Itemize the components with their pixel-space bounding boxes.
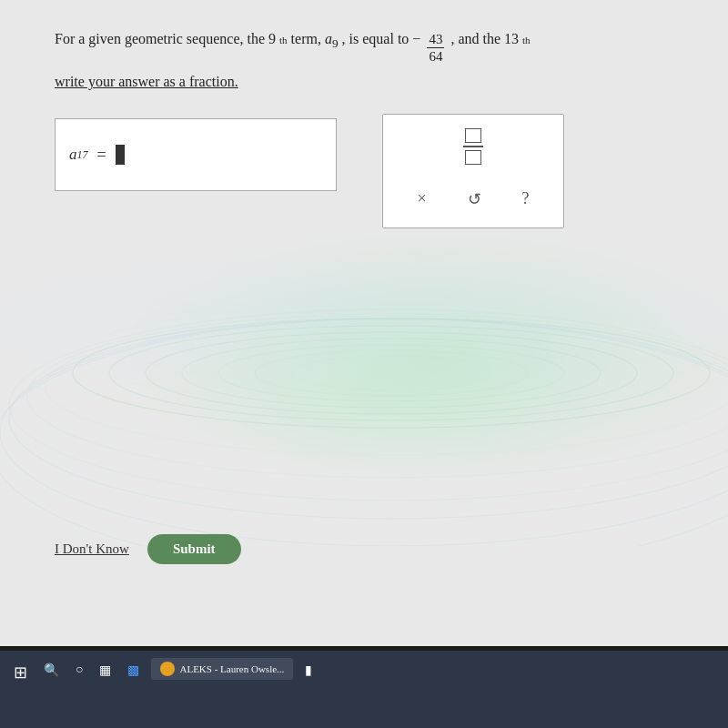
fraction-button[interactable]: [463, 128, 483, 165]
question-text: For a given geometric sequence, the 9th …: [55, 27, 692, 94]
windows-start-button[interactable]: ⊞: [9, 658, 32, 687]
taskbar-browser[interactable]: ▩: [123, 658, 144, 682]
svg-point-15: [0, 318, 728, 546]
question-var: a9: [325, 27, 339, 54]
undo-button[interactable]: ↺: [460, 185, 489, 214]
question-exp: th: [279, 33, 288, 49]
taskbar-aleks-app[interactable]: ALEKS - Lauren Owsle...: [151, 658, 293, 680]
aleks-label: ALEKS - Lauren Owsle...: [179, 663, 284, 674]
question-mid: term,: [291, 27, 321, 51]
clear-button[interactable]: ×: [410, 185, 433, 213]
question-exp2: th: [522, 33, 531, 49]
bottom-toolbar: I Don't Know Submit: [55, 534, 241, 564]
svg-point-3: [182, 339, 601, 408]
answer-cursor: [116, 145, 125, 165]
fraction-line: [463, 146, 483, 147]
svg-point-13: [9, 318, 728, 519]
answer-subscript: 17: [77, 148, 88, 162]
svg-point-11: [109, 298, 673, 385]
taskbar-search-icon[interactable]: 🔍: [39, 658, 64, 682]
wave-background: .wave { fill: none; stroke-width: 1.2; }: [0, 228, 728, 546]
dont-know-button[interactable]: I Don't Know: [55, 541, 129, 557]
question-fraction: 43 64: [427, 31, 444, 65]
question-suffix: and the 13: [458, 27, 519, 51]
submit-button[interactable]: Submit: [147, 534, 241, 564]
svg-point-5: [255, 350, 528, 396]
fraction-bottom-box: [465, 150, 481, 165]
question-text-middle: , is equal to −: [342, 27, 421, 51]
fraction-denominator: 64: [427, 48, 444, 65]
question-prefix: For a given geometric sequence, the 9: [55, 27, 276, 51]
answer-input-box[interactable]: a 17 =: [55, 118, 337, 191]
aleks-icon: [160, 662, 175, 676]
question-comma: ,: [450, 27, 454, 51]
main-content: .wave { fill: none; stroke-width: 1.2; }…: [0, 0, 728, 646]
svg-point-14: [0, 318, 728, 546]
taskbar-misc[interactable]: ▮: [300, 658, 317, 682]
question-instruction: write your answer as a fraction.: [55, 70, 692, 94]
help-button[interactable]: ?: [515, 185, 537, 213]
keyboard-top-row: [392, 124, 554, 169]
taskbar-task-view[interactable]: ○: [71, 658, 87, 682]
answer-equals: =: [97, 146, 106, 165]
fraction-top-box: [465, 128, 481, 143]
taskbar-widget[interactable]: ▦: [95, 658, 116, 682]
taskbar: ⊞ 🔍 ○ ▦ ▩ ALEKS - Lauren Owsle... ▮: [0, 651, 728, 728]
answer-variable: a: [69, 146, 77, 164]
keyboard-bottom-row: × ↺ ?: [392, 180, 554, 218]
math-keyboard: × ↺ ?: [382, 114, 564, 228]
svg-point-4: [218, 345, 564, 401]
fraction-numerator: 43: [427, 31, 444, 48]
svg-point-1: [109, 326, 673, 420]
